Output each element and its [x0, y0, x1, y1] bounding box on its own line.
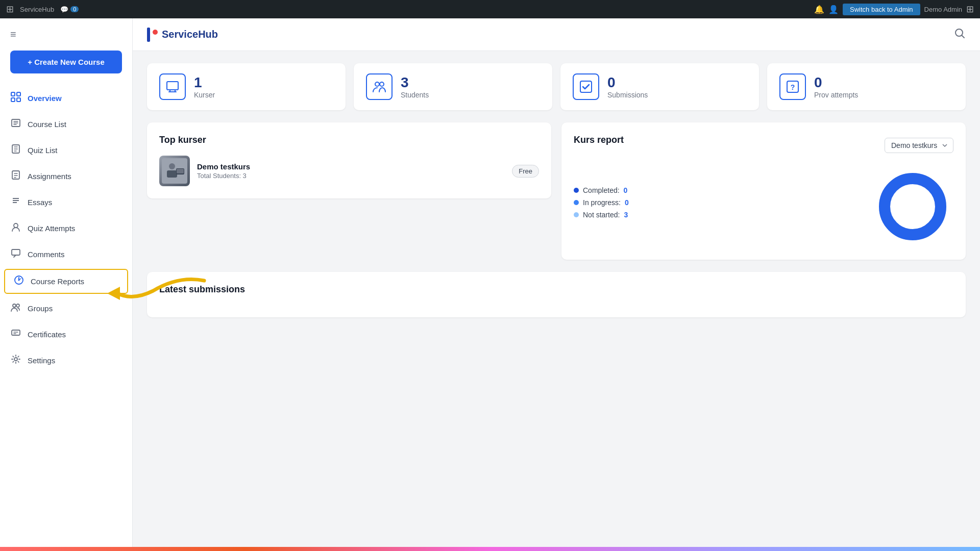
sidebar-item-certificates[interactable]: Certificates	[0, 322, 132, 347]
sidebar-item-label-quiz-attempts: Quiz Attempts	[28, 224, 75, 233]
course-list-icon	[10, 118, 21, 131]
kurs-report-panel: Kurs report Demo testkurs Completed:	[561, 122, 966, 260]
essays-icon	[10, 196, 21, 209]
prov-stat-icon: ?	[779, 73, 806, 100]
wp-admin-bar-left: ⊞ ServiceHub 💬 0	[6, 4, 806, 15]
switch-admin-button[interactable]: Switch back to Admin	[843, 4, 920, 15]
wp-logo-icon[interactable]: ⊞	[6, 4, 14, 15]
top-kurser-card: Top kurser Demo testkurs Total Student	[147, 122, 551, 198]
sidebar-item-label-essays: Essays	[28, 198, 52, 207]
svg-rect-26	[177, 169, 184, 173]
svg-point-14	[14, 358, 17, 361]
svg-point-11	[13, 304, 16, 307]
admin-name-label: Demo Admin	[924, 6, 962, 13]
sidebar-toggle-button[interactable]: ≡	[0, 29, 132, 51]
inprogress-dot	[574, 200, 579, 205]
sidebar-item-settings[interactable]: Settings	[0, 348, 132, 373]
latest-submissions-title: Latest submissions	[159, 284, 953, 295]
quiz-list-icon	[10, 144, 21, 157]
svg-point-10	[18, 280, 20, 281]
sidebar-item-quiz-attempts[interactable]: Quiz Attempts	[0, 216, 132, 241]
students-stat-number: 3	[401, 74, 429, 91]
sidebar-item-essays[interactable]: Essays	[0, 190, 132, 215]
course-item[interactable]: Demo testkurs Total Students: 3 Free	[159, 156, 539, 186]
completed-label: Completed:	[583, 186, 620, 194]
courses-stat-number: 1	[194, 74, 215, 91]
prov-stat-number: 0	[814, 74, 858, 91]
stat-card-submissions[interactable]: 0 Submissions	[560, 63, 759, 110]
donut-svg	[872, 166, 953, 247]
content-area: ServiceHub 1 Kurser	[133, 18, 980, 551]
sidebar-item-label-overview: Overview	[28, 94, 62, 103]
bottom-gradient-bar	[0, 547, 980, 551]
wp-notification-icon[interactable]: 🔔	[814, 5, 824, 14]
sidebar-item-label-course-list: Course List	[28, 120, 66, 129]
wp-site-name[interactable]: ServiceHub	[20, 6, 54, 13]
report-header: Kurs report Demo testkurs	[574, 135, 953, 156]
groups-icon	[10, 302, 21, 315]
course-thumb-img	[159, 156, 190, 186]
logo-marks	[147, 28, 158, 42]
course-name: Demo testkurs	[197, 162, 505, 171]
sidebar-item-groups[interactable]: Groups	[0, 296, 132, 321]
inprogress-value: 0	[625, 198, 629, 207]
legend-inprogress: In progress: 0	[574, 198, 862, 207]
donut-chart	[872, 166, 953, 247]
courses-stat-info: 1 Kurser	[194, 74, 215, 99]
submissions-stat-info: 0 Submissions	[607, 74, 648, 99]
settings-icon	[10, 354, 21, 367]
create-course-button[interactable]: + Create New Course	[10, 51, 122, 73]
submissions-stat-number: 0	[607, 74, 648, 91]
assignments-icon	[10, 170, 21, 183]
submissions-stat-label: Submissions	[607, 91, 648, 99]
courses-stat-icon	[159, 73, 186, 100]
legend-list: Completed: 0 In progress: 0	[574, 186, 862, 219]
course-select[interactable]: Demo testkurs	[885, 138, 953, 153]
completed-dot	[574, 188, 579, 193]
legend-completed: Completed: 0	[574, 186, 862, 194]
course-reports-icon	[13, 275, 24, 288]
stat-card-students[interactable]: 3 Students	[354, 63, 552, 110]
sidebar-item-label-groups: Groups	[28, 304, 53, 313]
svg-rect-3	[17, 98, 20, 102]
overview-icon	[10, 92, 21, 105]
certificates-icon	[10, 328, 21, 341]
svg-text:?: ?	[791, 83, 795, 91]
sidebar-item-quiz-list[interactable]: Quiz List	[0, 138, 132, 163]
sidebar-item-course-reports[interactable]: Course Reports	[4, 269, 128, 294]
sidebar-item-label-settings: Settings	[28, 356, 55, 365]
students-stat-icon	[366, 73, 393, 100]
wp-admin-bar: ⊞ ServiceHub 💬 0 🔔 👤 Switch back to Admi…	[0, 0, 980, 18]
search-button[interactable]	[953, 27, 966, 42]
stat-card-prov[interactable]: ? 0 Prov attempts	[767, 63, 966, 110]
two-col-section: Top kurser Demo testkurs Total Student	[147, 122, 966, 260]
svg-point-12	[16, 304, 19, 307]
students-stat-label: Students	[401, 91, 429, 99]
admin-grid-icon[interactable]: ⊞	[966, 4, 974, 15]
wp-feedback-item[interactable]: 💬 0	[60, 6, 79, 13]
sidebar: ≡ + Create New Course Overview Course Li…	[0, 18, 133, 551]
wp-admin-bar-right: 🔔 👤 Switch back to Admin Demo Admin ⊞	[814, 4, 974, 15]
sidebar-item-assignments[interactable]: Assignments	[0, 164, 132, 189]
sidebar-item-label-assignments: Assignments	[28, 172, 71, 181]
sidebar-item-comments[interactable]: Comments	[0, 242, 132, 267]
course-info: Demo testkurs Total Students: 3	[197, 162, 505, 180]
svg-point-7	[14, 223, 18, 228]
legend-notstarted: Not started: 3	[574, 211, 862, 219]
kurs-report-card: Kurs report Demo testkurs Completed:	[561, 122, 966, 260]
course-students: Total Students: 3	[197, 172, 505, 180]
svg-point-17	[375, 82, 379, 86]
sidebar-item-overview[interactable]: Overview	[0, 86, 132, 111]
stat-card-courses[interactable]: 1 Kurser	[147, 63, 346, 110]
svg-rect-2	[11, 98, 15, 102]
wp-profile-icon[interactable]: 👤	[828, 5, 839, 14]
students-stat-info: 3 Students	[401, 74, 429, 99]
sidebar-item-label-quiz-list: Quiz List	[28, 146, 57, 155]
inprogress-label: In progress:	[583, 198, 621, 207]
course-badge: Free	[512, 165, 539, 178]
svg-rect-19	[580, 81, 592, 92]
legend: Completed: 0 In progress: 0	[574, 186, 862, 227]
sidebar-item-course-list[interactable]: Course List	[0, 112, 132, 137]
logo-area: ServiceHub	[147, 28, 218, 42]
logo-dot-red	[153, 30, 158, 35]
